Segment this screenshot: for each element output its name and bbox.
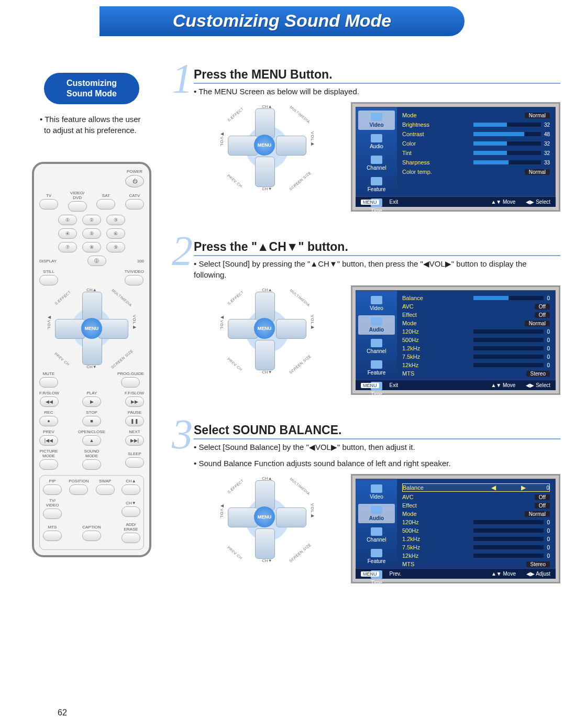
position-btn[interactable] — [69, 484, 88, 495]
src-dvd-btn[interactable] — [68, 201, 87, 212]
osd-row-slider[interactable] — [473, 545, 544, 549]
osd-row-slider[interactable] — [473, 338, 544, 342]
osd-row-slider[interactable] — [473, 296, 544, 300]
osd-row-slider[interactable] — [473, 329, 544, 334]
osd-row[interactable]: 1.2kHz0 — [402, 345, 550, 351]
osd-row[interactable]: Sharpness33 — [402, 159, 550, 166]
osd-row[interactable]: MTSStereo — [402, 370, 550, 377]
osd-row-slider[interactable] — [473, 554, 544, 558]
osd-tab-channel[interactable]: Channel — [358, 153, 395, 173]
osd-tab-video[interactable]: Video — [358, 111, 395, 130]
osd-row[interactable]: Brightness32 — [402, 121, 550, 128]
mute-btn[interactable] — [39, 377, 58, 388]
osd-row[interactable]: 12kHz0 — [402, 362, 550, 368]
src-sat-btn[interactable] — [96, 199, 115, 209]
osd-row-slider[interactable] — [473, 160, 541, 164]
pip-chup-btn[interactable] — [121, 484, 140, 495]
num-1[interactable]: ① — [58, 215, 77, 225]
osd-tab-audio[interactable]: Audio — [358, 132, 395, 151]
osd-row-slider[interactable] — [473, 528, 544, 533]
osd-row-slider[interactable] — [473, 132, 541, 136]
sndmode-btn[interactable] — [82, 459, 101, 470]
osd-tab-channel[interactable]: Channel — [358, 337, 395, 356]
osd-tab-audio[interactable]: Audio — [358, 315, 395, 335]
osd-tab-feature[interactable]: Feature — [358, 175, 395, 194]
osd-row-slider[interactable] — [473, 537, 544, 541]
osd-row-slider[interactable] — [473, 520, 544, 524]
osd-row[interactable]: 7.5kHz0 — [402, 354, 550, 360]
osd-row[interactable]: 7.5kHz0 — [402, 544, 550, 550]
osd-tab-video[interactable]: Video — [358, 294, 395, 313]
num-2[interactable]: ② — [82, 215, 101, 225]
dpad-down[interactable] — [82, 335, 102, 365]
osd-tab-audio[interactable]: Audio — [358, 504, 395, 523]
osd-row[interactable]: ModeNormal — [402, 511, 550, 517]
progguide-btn[interactable] — [121, 377, 140, 388]
dpad-right[interactable] — [98, 319, 128, 339]
osd-row[interactable]: EffectOff — [402, 502, 550, 509]
ffslow-btn[interactable]: ▶▶ — [125, 396, 144, 407]
num-6[interactable]: ⑥ — [106, 228, 125, 239]
pause-btn[interactable]: ❚❚ — [125, 416, 144, 426]
sleep-btn[interactable] — [125, 457, 144, 468]
power-button[interactable]: ⏻ — [125, 175, 144, 187]
swap-btn[interactable] — [96, 484, 115, 495]
num-9[interactable]: ⑨ — [106, 242, 125, 252]
osd-row[interactable]: AVCOff — [402, 303, 550, 310]
osd-row[interactable]: EffectOff — [402, 312, 550, 318]
num-5[interactable]: ⑤ — [82, 228, 101, 239]
caption-btn[interactable] — [82, 531, 101, 541]
osd-row[interactable]: 500Hz0 — [402, 337, 550, 343]
osd-row[interactable]: 1.2kHz0 — [402, 536, 550, 542]
src-sat: SAT — [102, 193, 110, 198]
osd-tab-feature[interactable]: Feature — [358, 547, 395, 566]
stop-btn[interactable]: ■ — [82, 416, 101, 426]
tvvideo-btn[interactable] — [125, 275, 143, 285]
dpad[interactable]: CH▲ CH▼ ◀VOL VOL▶ S.EFFECT MULTIMEDIA PR… — [55, 292, 128, 365]
num-7[interactable]: ⑦ — [58, 242, 77, 252]
osd-row[interactable]: 120Hz0 — [402, 328, 550, 335]
osd-row-slider[interactable] — [473, 123, 541, 127]
mts-btn[interactable] — [43, 531, 62, 541]
src-catv-btn[interactable] — [125, 199, 144, 209]
pip-btn[interactable] — [43, 484, 62, 495]
osd-row[interactable]: 500Hz0 — [402, 527, 550, 534]
adderase-btn[interactable] — [121, 533, 140, 543]
num-4[interactable]: ④ — [58, 228, 77, 239]
pip-chdown-btn[interactable] — [121, 506, 140, 517]
prev-btn[interactable]: |◀◀ — [39, 435, 58, 446]
osd-tab-channel[interactable]: Channel — [358, 525, 395, 545]
osd-row[interactable]: Color32 — [402, 140, 550, 147]
osd-row[interactable]: Balance◀ ▶0 — [402, 483, 550, 492]
osd-row-slider[interactable] — [473, 346, 544, 350]
osd-row-slider[interactable] — [473, 151, 541, 155]
num-8[interactable]: ⑧ — [82, 242, 101, 252]
osd-row[interactable]: MTSStereo — [402, 561, 550, 567]
osd-row[interactable]: AVCOff — [402, 494, 550, 500]
osd-row[interactable]: Contrast48 — [402, 130, 550, 138]
osd-row[interactable]: ModeNormal — [402, 112, 550, 119]
menu-button[interactable]: MENU — [81, 318, 102, 339]
osd-row-slider[interactable] — [473, 141, 541, 146]
osd-tab-video[interactable]: Video — [358, 482, 395, 502]
rec-btn[interactable]: ● — [39, 416, 58, 426]
osd-row[interactable]: Color temp.Normal — [402, 168, 550, 175]
osd-row-slider[interactable] — [473, 355, 544, 359]
pip-tvvideo-btn[interactable] — [43, 509, 62, 519]
openclose-btn[interactable]: ▲ — [82, 435, 101, 446]
osd-row[interactable]: Balance0 — [402, 295, 550, 301]
osd-row[interactable]: 12kHz0 — [402, 553, 550, 559]
src-tv-btn[interactable] — [39, 199, 58, 209]
frslow-btn[interactable]: ◀◀ — [40, 396, 59, 407]
play-btn[interactable]: ▶ — [82, 396, 101, 407]
still-btn[interactable] — [39, 275, 58, 285]
osd-row-slider[interactable] — [473, 363, 544, 367]
num-0[interactable]: ⓪ — [87, 256, 106, 266]
osd-tab-feature[interactable]: Feature — [358, 358, 395, 378]
osd-row[interactable]: ModeNormal — [402, 320, 550, 326]
next-btn[interactable]: ▶▶| — [125, 435, 144, 446]
picmode-btn[interactable] — [39, 459, 58, 470]
osd-row[interactable]: Tint32 — [402, 149, 550, 157]
num-3[interactable]: ③ — [106, 215, 125, 225]
osd-row[interactable]: 120Hz0 — [402, 519, 550, 525]
